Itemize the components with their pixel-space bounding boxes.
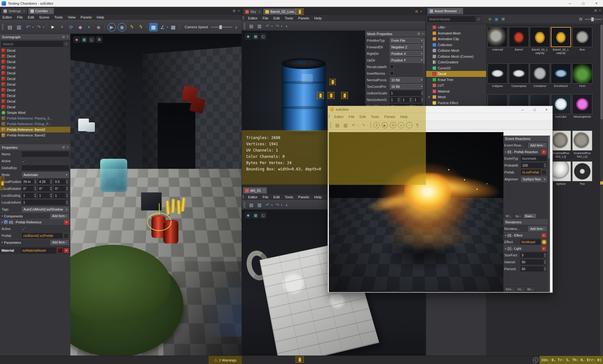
tab-sky[interactable]: Sky× — [243, 8, 263, 15]
panel-tab-ini[interactable]: Ini... — [516, 286, 525, 292]
dock-icon[interactable]: ⊞ — [62, 146, 65, 149]
scrollbar[interactable] — [548, 136, 550, 292]
dropdown[interactable]: From File▾ — [390, 38, 424, 43]
asset-type-mesh[interactable]: ✓Mesh — [426, 94, 486, 100]
spin-down-icon[interactable]: ▾ — [50, 182, 52, 184]
restart-icon[interactable]: ⟲ — [390, 122, 396, 128]
spin-up-icon[interactable]: ▴ — [50, 193, 52, 195]
scenegraph-item-decal[interactable]: Decal — [0, 70, 70, 76]
camera-speed-slider[interactable] — [211, 24, 232, 29]
spinbox[interactable]: 1▴▾ — [413, 97, 424, 102]
menu-item-scene[interactable]: Scene — [36, 15, 52, 20]
spin-down-icon[interactable]: ▾ — [66, 195, 68, 198]
scenegraph-item-simple-wind[interactable]: Simple Wind — [0, 110, 70, 115]
menu-item-panels[interactable]: Panels — [296, 16, 312, 21]
slider-handle[interactable] — [591, 17, 594, 21]
asset-type-particle-effect[interactable]: Particle Effect — [426, 100, 486, 106]
spinbox[interactable]: 0°▴▾ — [22, 186, 37, 191]
grid-icon[interactable]: ▦ — [81, 36, 87, 43]
fullscreen-icon[interactable]: ◱ — [89, 36, 95, 43]
scrollbar-thumb[interactable] — [548, 136, 550, 158]
chevron-down-icon[interactable]: ▾ — [357, 124, 359, 127]
spin-down-icon[interactable]: ▾ — [50, 189, 52, 191]
remove-button[interactable]: × — [541, 233, 546, 238]
spin-down-icon[interactable]: ▾ — [544, 269, 546, 271]
menu-item-editor[interactable]: Editor — [332, 114, 346, 119]
remove-component-button[interactable]: × — [64, 220, 69, 225]
menu-item-edit[interactable]: Edit — [271, 16, 282, 21]
scenegraph-item-prefab-reference-barrel2[interactable]: Prefab Reference: Barrel2 — [0, 127, 70, 132]
chevron-down-icon[interactable]: ▾ — [2, 215, 3, 217]
asset-reference-input[interactable]: rk.ezPrefab — [521, 170, 541, 175]
menu-item-view[interactable]: View — [65, 15, 78, 20]
scenegraph-item-decal[interactable]: Decal — [0, 59, 70, 65]
asset-type-curve1d[interactable]: Curve1D — [426, 65, 486, 71]
menu-item-edit[interactable]: Edit — [25, 15, 37, 20]
chevron-down-icon[interactable]: ▾ — [271, 25, 273, 28]
spin-up-icon[interactable]: ▴ — [544, 163, 546, 165]
search-clear-icon[interactable]: × — [63, 41, 69, 47]
add-parameter-button[interactable]: Add Item ▾ — [50, 240, 69, 245]
undo-icon[interactable]: ↶ — [264, 201, 271, 209]
spin-down-icon[interactable]: ▾ — [66, 189, 68, 191]
close-icon[interactable]: × — [459, 9, 461, 13]
maximize-button[interactable]: □ — [529, 106, 541, 113]
menu-item-file[interactable]: File — [260, 16, 271, 21]
scenegraph-item-prefab-reference-plasma-s[interactable]: Prefab Reference: Plasma_S... — [0, 115, 70, 121]
dock-icon[interactable]: ⊞ — [417, 32, 420, 35]
asset-browse-button[interactable] — [63, 233, 69, 238]
menu-item-panels[interactable]: Panels — [296, 195, 312, 200]
asset-type-collision-mesh-convex[interactable]: Collision Mesh (Convex) — [426, 54, 486, 60]
redo-icon[interactable]: ↷ — [360, 121, 367, 129]
spinbox[interactable]: 4.25▴▾ — [38, 179, 53, 184]
warnings-button[interactable]: ⚠ 1 Warnings — [209, 356, 242, 364]
minimize-button[interactable]: – — [517, 106, 529, 113]
pause-status-icon[interactable]: ‖ — [533, 357, 538, 363]
dock-icon[interactable]: ⊞ — [62, 35, 65, 39]
export-run-icon[interactable]: ϟ — [128, 23, 136, 31]
layout-icon[interactable]: ⊞ — [96, 36, 102, 43]
particle-editor-window[interactable]: ezEditor – □ × EditorFileEditToolsPanels… — [328, 106, 553, 293]
spin-up-icon[interactable]: ▴ — [66, 179, 68, 182]
play-icon[interactable]: ▶ — [382, 122, 388, 128]
chevron-down-icon[interactable]: ▾ — [2, 221, 3, 224]
menubar-grip[interactable] — [242, 195, 244, 199]
save-icon[interactable]: ▤ — [247, 22, 255, 30]
scenegraph-item-decal[interactable]: Decal — [0, 99, 70, 104]
scrollbar-thumb[interactable] — [600, 25, 603, 119]
particle-preview-viewport[interactable] — [329, 132, 503, 292]
spin-up-icon[interactable]: ▴ — [34, 193, 37, 195]
translate-gizmo-icon[interactable]: + — [58, 23, 66, 31]
menu-item-edit[interactable]: Edit — [357, 114, 368, 119]
close-icon[interactable]: × — [23, 9, 25, 13]
spin-up-icon[interactable]: ▴ — [50, 186, 52, 189]
asset-browse-button[interactable] — [541, 239, 547, 245]
renderer-group-header-1[interactable]: ▾[1] - Light× — [503, 245, 548, 252]
asset-browse-button[interactable] — [541, 170, 547, 175]
scale-gizmo-icon[interactable]: ◆ — [76, 23, 84, 31]
window-titlebar[interactable]: Testing Chambers - ezEditor – □ × — [0, 0, 603, 7]
menu-item-file[interactable]: File — [14, 15, 25, 20]
menubar-grip[interactable] — [242, 16, 244, 20]
save-icon[interactable]: ▤ — [247, 201, 255, 209]
spinbox[interactable]: 1▴▾ — [401, 97, 412, 102]
chevron-down-icon[interactable]: ▾ — [505, 151, 506, 153]
scenegraph-panel-titlebar[interactable]: Scenegraph ⊞ × — [0, 34, 70, 40]
spin-up-icon[interactable]: ▴ — [66, 193, 68, 195]
close-icon[interactable]: × — [50, 9, 52, 13]
dropdown[interactable]: 16 Bit▾ — [390, 84, 424, 89]
grid-icon[interactable]: ▦ — [253, 33, 259, 40]
menu-item-editor[interactable]: Editor — [246, 195, 260, 200]
visualizers-icon[interactable]: ¶ — [414, 121, 421, 129]
asset-type-lut[interactable]: LUT — [426, 83, 486, 88]
panel-tab-be[interactable]: Be... — [525, 286, 535, 292]
chevron-down-icon[interactable]: ▾ — [2, 241, 3, 244]
spinbox[interactable]: 3▴▾ — [520, 253, 547, 258]
spin-up-icon[interactable]: ▴ — [409, 98, 412, 100]
asset-type-animation-clip[interactable]: Animation Clip — [426, 36, 486, 42]
camera-icon[interactable]: ◉ — [73, 36, 80, 43]
particle-editor-titlebar[interactable]: ezEditor – □ × — [328, 106, 552, 113]
spin-down-icon[interactable]: ▾ — [66, 182, 68, 184]
scenegraph-item-decal[interactable]: Decal — [0, 93, 70, 99]
open-icon[interactable]: ▥ — [256, 201, 263, 209]
